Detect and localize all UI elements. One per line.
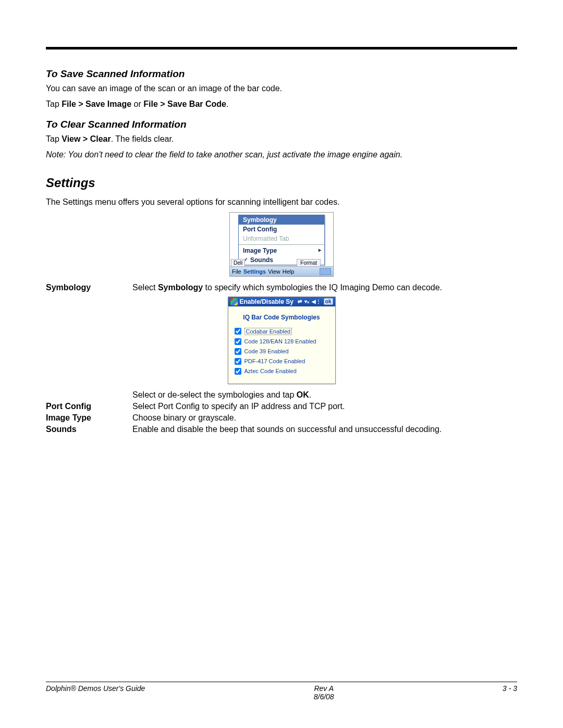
save-p1: You can save an image of the scan or an …	[46, 83, 517, 94]
desc-portconfig: Select Port Config to specify an IP addr…	[132, 402, 517, 411]
label-portconfig: Port Config	[46, 402, 132, 411]
heading-clear: To Clear Scanned Information	[46, 119, 517, 130]
sym-code39[interactable]: Code 39 Enabled	[235, 347, 329, 356]
dialog-list: Codabar Enabled Code 128/EAN 128 Enabled…	[228, 326, 335, 384]
t: to specify which symbologies the IQ Imag…	[203, 283, 442, 292]
t: Select or de-select the symbologies and …	[132, 390, 297, 399]
clear-p1: Tap View > Clear. The fields clear.	[46, 133, 517, 145]
t: Symbology	[158, 283, 203, 292]
menu-item-symbology[interactable]: Symbology	[239, 215, 324, 225]
sync-icon: ⇄	[298, 299, 302, 304]
t: Tap	[46, 134, 62, 143]
menu-popup: Symbology Port Config Unformatted Tab Im…	[238, 215, 325, 265]
t: .	[309, 390, 311, 399]
footer-right: 3 - 3	[503, 684, 517, 701]
sym-codabar[interactable]: Codabar Enabled	[235, 326, 329, 337]
t: File > Save Bar Code	[143, 100, 226, 108]
dialog-titlebar: Enable/Disable Sy ⇄ ▾ₓ ◀⋮ ok	[228, 297, 335, 306]
checkbox[interactable]	[235, 348, 241, 355]
menu-item-unformatted: Unformatted Tab	[239, 234, 324, 243]
t: 8/6/08	[314, 693, 334, 701]
t: . The fields clear.	[111, 134, 174, 143]
checkbox[interactable]	[235, 358, 241, 365]
t: Code 39 Enabled	[244, 348, 289, 354]
sym-code128[interactable]: Code 128/EAN 128 Enabled	[235, 337, 329, 347]
menu-item-imagetype[interactable]: Image Type	[239, 246, 324, 255]
t: File > Save Image	[62, 100, 131, 108]
desc-symbology: Select Symbology to specify which symbol…	[132, 283, 517, 292]
checkbox[interactable]	[235, 328, 241, 335]
signal-icon: ▾ₓ	[304, 299, 309, 304]
speaker-icon: ◀⋮	[312, 299, 321, 304]
menu-item-portconfig[interactable]: Port Config	[239, 225, 324, 234]
save-p2: Tap File > Save Image or File > Save Bar…	[46, 98, 517, 110]
footer-left: Dolphin® Demos User's Guide	[46, 684, 145, 701]
menu-view[interactable]: View	[268, 268, 280, 275]
t: Rev A	[314, 684, 334, 693]
heading-settings: Settings	[46, 176, 517, 190]
row-sounds: Sounds Enable and disable the beep that …	[46, 425, 517, 434]
label-blank	[46, 390, 132, 400]
desc-imagetype: Choose binary or grayscale.	[132, 413, 517, 423]
t: Code 128/EAN 128 Enabled	[244, 338, 316, 344]
checkbox[interactable]	[235, 368, 241, 375]
t: Codabar Enabled	[244, 328, 292, 335]
row-symbology: Symbology Select Symbology to specify wh…	[46, 283, 517, 292]
footer-mid: Rev A 8/6/08	[314, 684, 334, 701]
desc-sounds: Enable and disable the beep that sounds …	[132, 425, 517, 434]
clear-note: Note: You don't need to clear the field …	[46, 149, 517, 161]
t: View > Clear	[62, 134, 111, 143]
t: OK	[297, 390, 309, 399]
settings-menu-figure: Symbology Port Config Unformatted Tab Im…	[46, 212, 517, 277]
settings-intro: The Settings menu offers you several opt…	[46, 196, 517, 208]
menu-settings[interactable]: Settings	[243, 268, 266, 275]
dialog-title-text: Enable/Disable Sy	[240, 298, 293, 305]
label-sounds: Sounds	[46, 425, 132, 434]
menu-bar: File Settings View Help	[230, 267, 333, 276]
ok-button[interactable]: ok	[324, 298, 333, 305]
t: Tap	[46, 100, 62, 108]
label-imagetype: Image Type	[46, 413, 132, 423]
desc-select-ok: Select or de-select the symbologies and …	[132, 390, 517, 400]
t: or	[131, 100, 143, 108]
row-imagetype: Image Type Choose binary or grayscale.	[46, 413, 517, 423]
dialog-heading: IQ Bar Code Symbologies	[228, 306, 335, 326]
t: Aztec Code Enabled	[244, 368, 297, 374]
symbology-dialog-figure: Enable/Disable Sy ⇄ ▾ₓ ◀⋮ ok IQ Bar Code…	[46, 297, 517, 384]
label-symbology: Symbology	[46, 283, 132, 292]
row-select-ok: Select or de-select the symbologies and …	[46, 390, 517, 400]
sym-aztec[interactable]: Aztec Code Enabled	[235, 366, 329, 376]
keyboard-icon[interactable]	[320, 268, 331, 275]
checkbox[interactable]	[235, 338, 241, 345]
row-portconfig: Port Config Select Port Config to specif…	[46, 402, 517, 411]
heading-save: To Save Scanned Information	[46, 68, 517, 80]
menu-file[interactable]: File	[232, 268, 241, 275]
t: PDF-417 Code Enabled	[244, 358, 305, 364]
t: .	[226, 100, 228, 108]
rear-tab-format: Format	[297, 259, 321, 267]
sym-pdf417[interactable]: PDF-417 Code Enabled	[235, 356, 329, 366]
top-rule	[46, 47, 517, 50]
page-footer: Dolphin® Demos User's Guide Rev A 8/6/08…	[46, 677, 517, 701]
start-icon[interactable]	[230, 298, 238, 305]
rear-tab-deli: Deli	[231, 259, 245, 267]
menu-help[interactable]: Help	[283, 268, 295, 275]
t: Select	[132, 283, 158, 292]
